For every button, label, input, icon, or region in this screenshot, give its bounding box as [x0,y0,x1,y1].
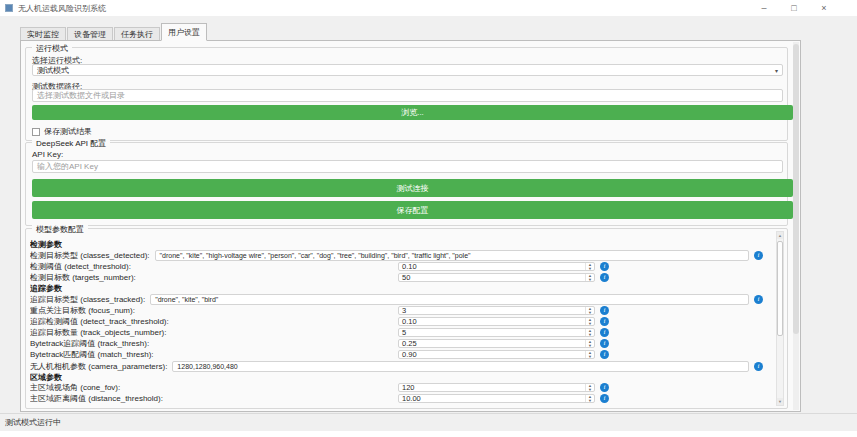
app-window: 无人机运载风险识别系统 – □ × 实时监控 设备管理 任务执行 用户设置 运行… [0,0,857,431]
page-scrollbar-thumb[interactable] [793,44,799,334]
param-spinbox[interactable]: 5▲▼ [398,328,595,337]
test-data-path-placeholder: 选择测试数据文件或目录 [37,90,125,101]
close-button[interactable]: × [809,0,839,16]
spinner-arrows-icon[interactable]: ▲▼ [585,274,594,281]
save-results-label: 保存测试结果 [44,126,92,137]
param-label: 检测目标类型 (classes_detected): [30,250,150,261]
test-connection-button[interactable]: 测试连接 [32,179,793,197]
window-title: 无人机运载风险识别系统 [18,3,106,14]
tab-realtime-monitor[interactable]: 实时监控 [20,27,66,41]
param-row: 主区域距离阈值 (distance_threshold):10.00▲▼i [30,393,763,404]
scroll-down-icon[interactable]: ▼ [777,398,783,405]
info-icon[interactable]: i [600,328,609,337]
model-scrollbar-thumb[interactable] [777,241,783,336]
spinbox-value: 120 [399,383,585,392]
info-icon[interactable]: i [600,306,609,315]
param-label: 追踪目标类型 (classes_tracked): [30,294,145,305]
param-spinbox[interactable]: 0.10▲▼ [398,317,595,326]
param-spinbox[interactable]: 0.25▲▼ [398,339,595,348]
spinner-arrows-icon[interactable]: ▲▼ [585,384,594,391]
page-scrollbar[interactable] [793,42,799,410]
status-bar: 测试模式运行中 [0,413,857,431]
info-icon[interactable]: i [754,295,763,304]
save-config-button[interactable]: 保存配置 [32,201,793,219]
param-row: 追踪检测阈值 (detect_track_threshold):0.10▲▼i [30,316,763,327]
tab-device-management[interactable]: 设备管理 [67,27,113,41]
browse-button[interactable]: 浏览... [32,105,793,120]
spinner-arrows-icon[interactable]: ▲▼ [585,263,594,270]
tab-user-settings[interactable]: 用户设置 [161,23,207,41]
info-icon[interactable]: i [600,317,609,326]
test-data-path-input[interactable]: 选择测试数据文件或目录 [32,89,783,102]
param-row: 检测目标类型 (classes_detected):"drone", "kite… [30,249,763,261]
param-label: 检测阈值 (detect_threshold): [30,261,398,272]
param-label: 重点关注目标数 (focus_num): [30,305,398,316]
spinbox-value: 10.00 [399,394,585,403]
info-icon[interactable]: i [600,273,609,282]
info-icon[interactable]: i [600,383,609,392]
run-mode-select[interactable]: 测试模式 ▾ [32,64,783,76]
param-row: 检测目标数 (targets_number):50▲▼i [30,272,763,283]
param-text-input[interactable]: "drone", "kite", "bird" [150,294,749,305]
deepseek-api-group: DeepSeek API 配置 API Key: 输入您的API Key 测试连… [25,142,788,226]
info-icon[interactable]: i [600,394,609,403]
model-params-scrollbar[interactable]: ▲ ▼ [776,231,784,406]
info-icon[interactable]: i [600,339,609,348]
param-spinbox[interactable]: 10.00▲▼ [398,394,595,403]
param-row: 追踪目标类型 (classes_tracked):"drone", "kite"… [30,293,763,305]
tab-bar: 实时监控 设备管理 任务执行 用户设置 [20,24,208,41]
param-label: 追踪检测阈值 (detect_track_threshold): [30,316,398,327]
spinner-arrows-icon[interactable]: ▲▼ [585,395,594,402]
save-results-checkbox-row: 保存测试结果 [32,126,92,137]
minimize-button[interactable]: – [749,0,779,16]
param-row: Bytetrack匹配阈值 (match_thresh):0.90▲▼i [30,349,763,360]
title-bar: 无人机运载风险识别系统 – □ × [0,0,857,16]
param-row: 追踪目标数量 (track_objects_number):5▲▼i [30,327,763,338]
run-mode-selected-value: 测试模式 [37,65,69,76]
param-spinbox[interactable]: 120▲▼ [398,383,595,392]
model-params-form: 检测参数检测目标类型 (classes_detected):"drone", "… [30,239,763,406]
param-text-input[interactable]: "drone", "kite", "high-voltage wire", "p… [155,250,749,261]
param-spinbox[interactable]: 50▲▼ [398,273,595,282]
spinbox-value: 0.90 [399,350,585,359]
scroll-up-icon[interactable]: ▲ [777,232,783,239]
info-icon[interactable]: i [754,251,763,260]
deepseek-api-group-title: DeepSeek API 配置 [32,138,110,149]
spinner-arrows-icon[interactable]: ▲▼ [585,318,594,325]
spinbox-value: 0.10 [399,262,585,271]
param-row: 主区域视场角 (cone_fov):120▲▼i [30,382,763,393]
param-row: 重点关注目标数 (focus_num):3▲▼i [30,305,763,316]
user-settings-page: 运行模式 选择运行模式: 测试模式 ▾ 测试数据路径: 选择测试数据文件或目录 … [20,40,801,412]
save-results-checkbox[interactable] [32,128,40,136]
spinner-arrows-icon[interactable]: ▲▼ [585,329,594,336]
param-row: 无人机相机参数 (camera_parameters):1280,1280,96… [30,360,763,372]
status-text: 测试模式运行中 [5,417,61,428]
maximize-button[interactable]: □ [779,0,809,16]
spinner-arrows-icon[interactable]: ▲▼ [585,351,594,358]
param-label: 检测目标数 (targets_number): [30,272,398,283]
info-icon[interactable]: i [754,362,763,371]
spinner-arrows-icon[interactable]: ▲▼ [585,340,594,347]
section-header: 追踪参数 [30,283,763,293]
param-label: 主区域视场角 (cone_fov): [30,382,398,393]
chevron-down-icon: ▾ [775,67,778,74]
param-spinbox[interactable]: 3▲▼ [398,306,595,315]
spinbox-value: 3 [399,306,585,315]
spinbox-value: 0.10 [399,317,585,326]
param-spinbox[interactable]: 0.10▲▼ [398,262,595,271]
run-mode-group-title: 运行模式 [32,43,72,54]
tab-task-execution[interactable]: 任务执行 [114,27,160,41]
param-label: 无人机相机参数 (camera_parameters): [30,361,167,372]
param-spinbox[interactable]: 0.90▲▼ [398,350,595,359]
app-icon [5,4,13,12]
spinbox-value: 5 [399,328,585,337]
model-params-group: 模型参数配置 检测参数检测目标类型 (classes_detected):"dr… [25,228,788,409]
param-label: 追踪目标数量 (track_objects_number): [30,327,398,338]
param-label: 主区域距离阈值 (distance_threshold): [30,393,398,404]
info-icon[interactable]: i [600,350,609,359]
api-key-placeholder: 输入您的API Key [37,161,98,172]
param-text-input[interactable]: 1280,1280,960,480 [172,361,749,372]
api-key-input[interactable]: 输入您的API Key [32,160,783,173]
spinner-arrows-icon[interactable]: ▲▼ [585,307,594,314]
info-icon[interactable]: i [600,262,609,271]
